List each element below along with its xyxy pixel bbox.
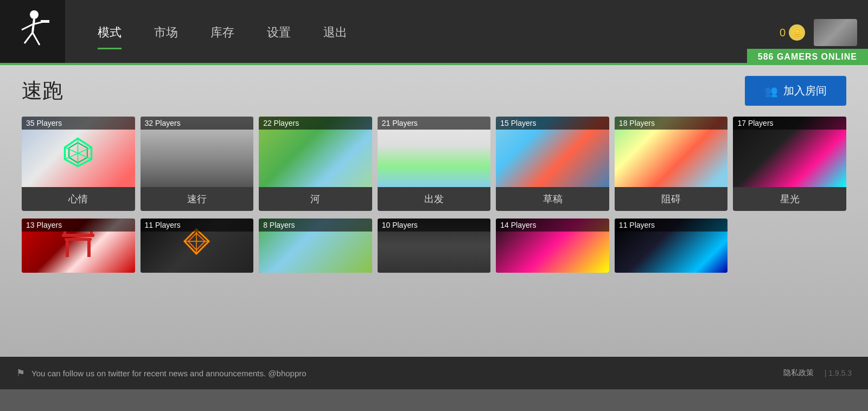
server-card-r2-5[interactable]: 14 Players — [496, 219, 609, 273]
footer-links: 隐私政策 | 1.9.5.3 — [783, 368, 852, 378]
server-thumb-r2-2: 11 Players — [141, 219, 254, 273]
page-header: 速跑 👥 加入房间 — [22, 76, 846, 106]
player-count-xingguang: 17 Players — [733, 117, 846, 130]
player-count-r2-6: 11 Players — [615, 219, 728, 232]
server-thumb-xingguang: 17 Players — [733, 117, 846, 187]
coins-area: 0 🪙 — [780, 24, 805, 41]
server-card-xinqing[interactable]: 35 Players 心情 — [22, 117, 135, 211]
flag-icon: ⚑ — [16, 367, 25, 379]
game-logo-icon — [14, 8, 52, 57]
player-count-r2-3: 8 Players — [259, 219, 372, 232]
player-count-r2-4: 10 Players — [378, 219, 491, 232]
page-title: 速跑 — [22, 77, 63, 105]
server-name-caogao: 草稿 — [496, 187, 609, 211]
news-text: You can follow us on twitter for recent … — [31, 369, 307, 378]
server-thumb-he: 22 Players — [259, 117, 372, 187]
server-card-r2-1[interactable]: 13 Players — [22, 219, 135, 273]
server-grid-row2: 13 Players 11 Players — [22, 219, 846, 273]
server-thumb-chufa: 21 Players — [378, 117, 491, 187]
player-count-zudang: 18 Players — [615, 117, 728, 130]
player-count-caogao: 15 Players — [496, 117, 609, 130]
svg-rect-17 — [90, 231, 93, 235]
join-room-button[interactable]: 👥 加入房间 — [745, 76, 846, 106]
join-label: 加入房间 — [783, 84, 827, 98]
server-name-zudang: 阻碍 — [615, 187, 728, 211]
server-name-chufa: 出发 — [378, 187, 491, 211]
nav-modes[interactable]: 模式 — [98, 20, 122, 45]
coin-count: 0 — [780, 27, 786, 39]
nav-quit[interactable]: 退出 — [323, 20, 347, 45]
server-name-he: 河 — [259, 187, 372, 211]
svg-rect-6 — [41, 20, 49, 23]
server-card-he[interactable]: 22 Players 河 — [259, 117, 372, 211]
server-grid-row1: 35 Players 心情 32 Players 速行 22 Players — [22, 117, 846, 211]
main-content: 速跑 👥 加入房间 35 Players 心情 — [0, 65, 868, 357]
header-underline — [0, 63, 868, 65]
svg-rect-16 — [63, 231, 66, 235]
server-card-suxing[interactable]: 32 Players 速行 — [141, 117, 254, 211]
server-thumb-xinqing: 35 Players — [22, 117, 135, 187]
player-count-suxing: 32 Players — [141, 117, 254, 130]
svg-point-0 — [30, 10, 39, 19]
nav-inventory[interactable]: 库存 — [210, 20, 234, 45]
footer-news: ⚑ You can follow us on twitter for recen… — [16, 367, 307, 379]
server-card-caogao[interactable]: 15 Players 草稿 — [496, 117, 609, 211]
header-right: 0 🪙 — [780, 19, 857, 46]
server-thumb-r2-6: 11 Players — [615, 219, 728, 273]
player-count-xinqing: 35 Players — [22, 117, 135, 130]
server-card-r2-4[interactable]: 10 Players — [378, 219, 491, 273]
player-count-chufa: 21 Players — [378, 117, 491, 130]
svg-rect-14 — [66, 241, 69, 257]
avatar[interactable] — [814, 19, 857, 46]
server-card-zudang[interactable]: 18 Players 阻碍 — [615, 117, 728, 211]
privacy-link[interactable]: 隐私政策 — [783, 368, 814, 378]
svg-line-2 — [24, 33, 33, 43]
server-card-r2-2[interactable]: 11 Players — [141, 219, 254, 273]
player-count-r2-1: 13 Players — [22, 219, 135, 232]
svg-rect-12 — [62, 234, 94, 237]
version-text: | 1.9.5.3 — [825, 369, 852, 377]
coin-icon: 🪙 — [789, 24, 805, 41]
svg-line-1 — [33, 19, 34, 33]
svg-rect-15 — [87, 241, 91, 257]
player-count-he: 22 Players — [259, 117, 372, 130]
avatar-image — [814, 19, 857, 46]
player-count-r2-2: 11 Players — [141, 219, 254, 232]
nav-market[interactable]: 市场 — [154, 20, 178, 45]
xinqing-map-icon — [62, 136, 94, 168]
nav-settings[interactable]: 设置 — [267, 20, 291, 45]
server-thumb-r2-4: 10 Players — [378, 219, 491, 273]
svg-line-4 — [22, 24, 33, 30]
server-card-r2-3[interactable]: 8 Players — [259, 219, 372, 273]
online-count-text: 586 GAMERS ONLINE — [758, 52, 857, 61]
server-name-xinqing: 心情 — [22, 187, 135, 211]
server-name-xingguang: 星光 — [733, 187, 846, 211]
server-thumb-caogao: 15 Players — [496, 117, 609, 187]
footer: ⚑ You can follow us on twitter for recen… — [0, 357, 868, 389]
logo-area — [0, 0, 65, 65]
svg-line-3 — [33, 33, 40, 45]
server-name-suxing: 速行 — [141, 187, 254, 211]
join-icon: 👥 — [764, 85, 778, 98]
server-card-r2-6[interactable]: 11 Players — [615, 219, 728, 273]
nav-menu: 模式 市场 库存 设置 退出 — [98, 20, 780, 45]
header: 模式 市场 库存 设置 退出 0 🪙 586 GAMERS ONLINE — [0, 0, 868, 65]
player-count-r2-5: 14 Players — [496, 219, 609, 232]
server-card-xingguang[interactable]: 17 Players 星光 — [733, 117, 846, 211]
svg-rect-13 — [65, 238, 92, 241]
server-thumb-zudang: 18 Players — [615, 117, 728, 187]
server-thumb-suxing: 32 Players — [141, 117, 254, 187]
server-thumb-r2-1: 13 Players — [22, 219, 135, 273]
server-thumb-r2-3: 8 Players — [259, 219, 372, 273]
server-thumb-r2-5: 14 Players — [496, 219, 609, 273]
server-card-chufa[interactable]: 21 Players 出发 — [378, 117, 491, 211]
